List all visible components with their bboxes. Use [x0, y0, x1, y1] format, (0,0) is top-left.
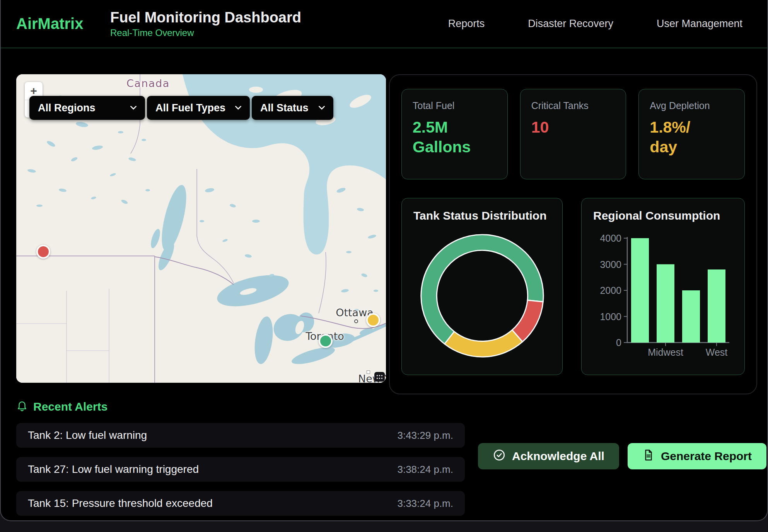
alert-time: 3:33:24 p.m. [397, 498, 453, 510]
main-content: Canada Ottawa Toronto New York + − All R… [16, 74, 757, 394]
fuel-map[interactable]: Canada Ottawa Toronto New York + − All R… [16, 74, 386, 383]
nav-disaster-recovery[interactable]: Disaster Recovery [528, 18, 613, 30]
stat-card-total-fuel: Total Fuel 2.5M Gallons [401, 89, 508, 179]
acknowledge-all-button[interactable]: Acknowledge All [478, 443, 619, 469]
map-drag-handle-icon[interactable] [374, 372, 385, 382]
svg-text:0: 0 [616, 337, 621, 348]
alert-row[interactable]: Tank 2: Low fuel warning 3:43:29 p.m. [16, 423, 465, 448]
page-subtitle: Real-Time Overview [110, 27, 301, 38]
svg-text:Midwest: Midwest [648, 347, 683, 358]
stat-card-avg-depletion: Avg Depletion 1.8%/ day [638, 89, 745, 179]
alert-message: Tank 27: Low fuel warning triggered [28, 463, 199, 476]
status-filter-value: All Status [260, 102, 309, 114]
ottawa-town-icon [354, 319, 358, 323]
nav-reports[interactable]: Reports [448, 18, 485, 30]
map-filters: All Regions All Fuel Types All Status [29, 96, 333, 120]
alert-time: 3:38:24 p.m. [397, 464, 453, 476]
alerts-header: Recent Alerts [16, 400, 465, 414]
alert-row[interactable]: Tank 15: Pressure threshold exceeded 3:3… [16, 491, 465, 516]
fuel-type-filter-select[interactable]: All Fuel Types [147, 96, 250, 120]
acknowledge-all-label: Acknowledge All [512, 450, 604, 463]
stat-value-2: 1.8%/ day [650, 118, 734, 157]
chevron-down-icon [130, 106, 137, 110]
map-marker-normal[interactable] [319, 334, 333, 348]
alert-row[interactable]: Tank 27: Low fuel warning triggered 3:38… [16, 457, 465, 482]
svg-text:2000: 2000 [600, 285, 621, 296]
chevron-down-icon [235, 106, 241, 110]
fuel-type-filter-value: All Fuel Types [155, 102, 225, 114]
stat-label: Critical Tanks [531, 100, 615, 111]
stat-value-0: 2.5M Gallons [413, 118, 497, 157]
status-filter-select[interactable]: All Status [252, 96, 333, 120]
app-logo: AirMatrix [16, 15, 110, 32]
alert-actions: Acknowledge All Generate Report [478, 443, 766, 516]
recent-alerts: Recent Alerts Tank 2: Low fuel warning 3… [16, 400, 465, 516]
generate-report-button[interactable]: Generate Report [628, 443, 766, 469]
stat-value-1: 10 [531, 118, 615, 137]
nav-user-management[interactable]: User Management [657, 18, 742, 30]
map-marker-critical[interactable] [36, 245, 50, 259]
svg-text:1000: 1000 [600, 311, 621, 322]
title-block: Fuel Monitoring Dashboard Real-Time Over… [110, 9, 301, 38]
map-label-canada: Canada [126, 77, 170, 89]
check-circle-icon [493, 448, 506, 464]
main-nav: Reports Disaster Recovery User Managemen… [448, 18, 742, 30]
regional-consumption-bar-chart: 01000200030004000MidwestWest [593, 225, 733, 359]
alert-time: 3:43:29 p.m. [397, 430, 453, 442]
alerts-title: Recent Alerts [33, 400, 108, 413]
region-filter-select[interactable]: All Regions [29, 96, 145, 120]
alert-message: Tank 15: Pressure threshold exceeded [28, 497, 213, 510]
tank-status-chart-card: Tank Status Distribution [401, 198, 563, 375]
generate-report-label: Generate Report [661, 450, 752, 463]
chart-title: Tank Status Distribution [413, 209, 551, 222]
tank-status-donut-chart [417, 231, 547, 361]
svg-text:3000: 3000 [600, 259, 621, 270]
alert-message: Tank 2: Low fuel warning [28, 429, 147, 442]
chevron-down-icon [319, 106, 325, 110]
stat-cards: Total Fuel 2.5M Gallons Critical Tanks 1… [401, 89, 745, 179]
bell-icon [16, 400, 28, 414]
stat-card-critical-tanks: Critical Tanks 10 [520, 89, 626, 179]
svg-text:West: West [706, 347, 728, 358]
stat-label: Total Fuel [413, 100, 497, 111]
regional-consumption-chart-card: Regional Consumption 01000200030004000Mi… [581, 198, 745, 375]
alert-list: Tank 2: Low fuel warning 3:43:29 p.m. Ta… [16, 423, 465, 516]
header: AirMatrix Fuel Monitoring Dashboard Real… [1, 0, 767, 48]
summary-panel: Total Fuel 2.5M Gallons Critical Tanks 1… [389, 74, 757, 394]
stat-label: Avg Depletion [650, 100, 734, 111]
region-filter-value: All Regions [38, 102, 96, 114]
page-title: Fuel Monitoring Dashboard [110, 9, 301, 26]
map-marker-warning[interactable] [366, 313, 380, 327]
chart-title: Regional Consumption [593, 209, 733, 222]
alerts-section: Recent Alerts Tank 2: Low fuel warning 3… [16, 400, 755, 516]
new-york-town-icon [367, 370, 370, 374]
svg-text:4000: 4000 [600, 233, 621, 244]
chart-cards: Tank Status Distribution Regional Consum… [401, 198, 745, 375]
app-frame: AirMatrix Fuel Monitoring Dashboard Real… [0, 0, 768, 521]
document-icon [642, 449, 655, 464]
